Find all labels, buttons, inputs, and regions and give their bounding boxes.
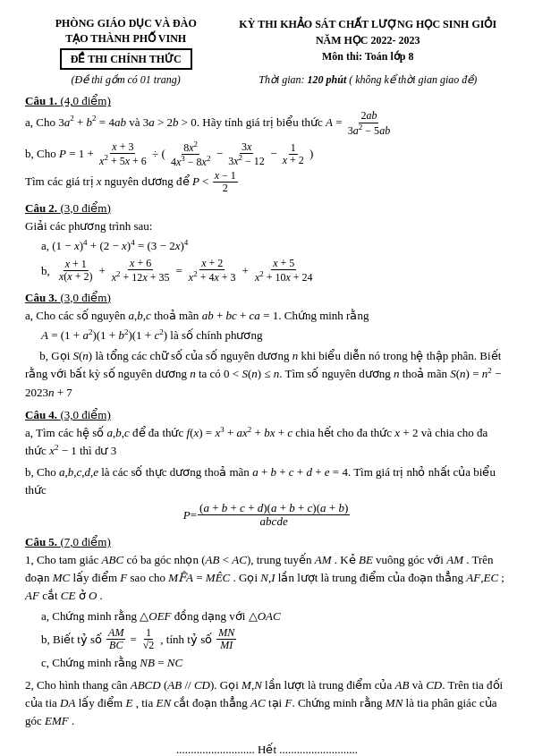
question-4: Câu 4. (3,0 điểm) a, Tìm các hệ số a,b,c… — [25, 408, 509, 529]
org-line1: PHÒNG GIÁO DỤC VÀ ĐÀO — [55, 17, 197, 30]
subtitle-left: (Đề thi gồm có 01 trang) — [25, 73, 226, 87]
q5-intro: 1, Cho tam giác ABC có ba góc nhọn (AB <… — [25, 551, 509, 605]
q5-part2: 2, Cho hình thang cân ABCD (AB // CD). G… — [25, 676, 509, 730]
q2a: a, (1 − x)4 + (2 − x)4 = (3 − 2x)4 — [41, 237, 509, 255]
question-1: Câu 1. (4,0 điểm) a, Cho 3a2 + b2 = 4ab … — [25, 94, 509, 194]
q2b: b, x + 1 x(x + 2) + x + 6 x2 + 12x + 35 … — [41, 258, 509, 284]
header: PHÒNG GIÁO DỤC VÀ ĐÀO TẠO THÀNH PHỐ VINH… — [25, 16, 509, 70]
q2-content: Giải các phương trình sau: a, (1 − x)4 +… — [25, 217, 509, 285]
q3-title: Câu 3. (3,0 điểm) — [25, 291, 509, 305]
q3a-formula: A = (1 + a2)(1 + b2)(1 + c2) là số chính… — [41, 327, 509, 344]
q3a: a, Cho các số nguyên a,b,c thoả mãn ab +… — [25, 307, 509, 325]
q5-content: 1, Cho tam giác ABC có ba góc nhọn (AB <… — [25, 551, 509, 731]
q5-title: Câu 5. (7,0 điểm) — [25, 535, 509, 549]
q4-title: Câu 4. (3,0 điểm) — [25, 408, 509, 422]
subject: Môn thi: Toán lớp 8 — [322, 50, 413, 63]
q1b-find: Tìm các giá trị x nguyên dương để P < x … — [25, 170, 509, 194]
q5b: b, Biết tỷ số AM BC = 1 √2 , tính tỷ số … — [41, 627, 509, 651]
q3-content: a, Cho các số nguyên a,b,c thoả mãn ab +… — [25, 307, 509, 402]
question-2: Câu 2. (3,0 điểm) Giải các phương trình … — [25, 201, 509, 285]
question-5: Câu 5. (7,0 điểm) 1, Cho tam giác ABC có… — [25, 535, 509, 731]
exam-year: NĂM HỌC 2022- 2023 — [316, 34, 420, 47]
q4b-formula: P = (a + b + c + d)(a + b + c)(a + b) ab… — [25, 502, 509, 529]
q1b-text: b, Cho P = 1 + x + 3 x2 + 5x + 6 ÷ ( 8x2… — [25, 140, 509, 168]
subtitle-row: (Đề thi gồm có 01 trang) Thời gian: 120 … — [25, 73, 509, 87]
exam-title-line1: KỲ THI KHẢO SÁT CHẤT LƯỢNG HỌC SINH GIỎI — [239, 18, 496, 30]
q3b: b, Gọi S(n) là tổng các chữ số của số ng… — [25, 347, 509, 402]
q4a: a, Tìm các hệ số a,b,c để đa thức f(x) =… — [25, 424, 509, 461]
q2-intro: Giải các phương trình sau: — [25, 217, 509, 235]
org-line2: TẠO THÀNH PHỐ VINH — [65, 32, 186, 45]
q5c: c, Chứng minh rằng NB = NC — [41, 654, 509, 672]
q4b: b, Cho a,b,c,d,e là các số thực dương th… — [25, 463, 509, 499]
footer-dots: ........................... Hết ........… — [25, 743, 509, 756]
q4-content: a, Tìm các hệ số a,b,c để đa thức f(x) =… — [25, 424, 509, 529]
official-badge: ĐỀ THI CHÍNH THỨC — [60, 48, 192, 71]
subtitle-right: Thời gian: 120 phút ( không kể thời gian… — [226, 73, 509, 87]
q5a: a, Chứng minh rằng △OEF đồng dạng với △O… — [41, 607, 509, 625]
header-right: KỲ THI KHẢO SÁT CHẤT LƯỢNG HỌC SINH GIỎI… — [226, 16, 509, 64]
q1-content: a, Cho 3a2 + b2 = 4ab và 3a > 2b > 0. Hã… — [25, 110, 509, 194]
q2-title: Câu 2. (3,0 điểm) — [25, 201, 509, 216]
question-3: Câu 3. (3,0 điểm) a, Cho các số nguyên a… — [25, 291, 509, 402]
q1-title: Câu 1. (4,0 điểm) — [25, 94, 509, 108]
header-left: PHÒNG GIÁO DỤC VÀ ĐÀO TẠO THÀNH PHỐ VINH… — [25, 16, 226, 70]
q1a-text: a, Cho 3a2 + b2 = 4ab và 3a > 2b > 0. Hã… — [25, 110, 509, 136]
